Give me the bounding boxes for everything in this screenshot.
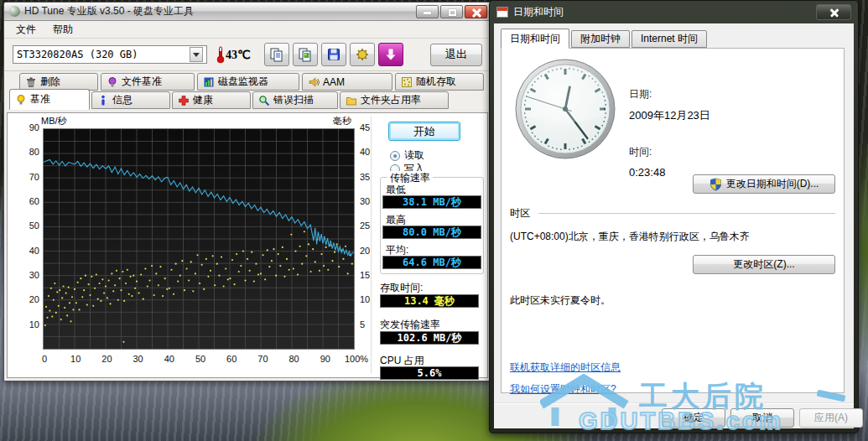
drive-select-arrow[interactable] bbox=[190, 47, 203, 62]
start-button[interactable]: 开始 bbox=[388, 122, 460, 141]
radio-read-row[interactable]: 读取 bbox=[390, 148, 424, 163]
footer-separator bbox=[494, 402, 854, 404]
tick-label: 0 bbox=[30, 354, 59, 364]
tick-label: 80 bbox=[18, 147, 39, 157]
tick-label: 90 bbox=[18, 122, 39, 132]
tab-label: 删除 bbox=[40, 75, 60, 89]
axis-unit-right: 毫秒 bbox=[333, 115, 351, 127]
tab-aam[interactable]: AAM bbox=[302, 73, 392, 91]
copy-image-button[interactable] bbox=[293, 43, 318, 66]
options-button[interactable] bbox=[350, 43, 375, 66]
tick-label: 60 bbox=[217, 354, 246, 364]
tab-label: 信息 bbox=[112, 93, 133, 107]
apply-button[interactable]: 应用(A) bbox=[799, 408, 863, 428]
menu-help[interactable]: 帮助 bbox=[46, 21, 80, 39]
datetime-dialog-body: 日期和时间 附加时钟 Internet 时间 bbox=[494, 23, 854, 428]
tick-label: 10 bbox=[61, 354, 90, 364]
tick-label: 70 bbox=[248, 354, 277, 364]
access-time-value: 13.4 毫秒 bbox=[380, 294, 479, 308]
tab-label: 健康 bbox=[193, 93, 213, 107]
hdtune-menubar: 文件 帮助 bbox=[4, 21, 491, 39]
yellow-bulb-icon bbox=[15, 94, 27, 106]
axis-unit-left: MB/秒 bbox=[41, 115, 67, 127]
download-arrow-icon bbox=[383, 47, 398, 62]
access-time-label: 存取时间: bbox=[380, 281, 423, 295]
tab-error-scan[interactable]: 错误扫描 bbox=[252, 91, 338, 109]
maximize-button[interactable] bbox=[440, 5, 463, 18]
download-button[interactable] bbox=[378, 43, 403, 66]
tab-internet-time[interactable]: Internet 时间 bbox=[632, 30, 707, 48]
tick-label: 50 bbox=[186, 354, 215, 364]
dst-note: 此时区未实行夏令时。 bbox=[510, 293, 611, 308]
exit-button[interactable]: 退出 bbox=[430, 44, 482, 66]
tab-label: 错误扫描 bbox=[273, 93, 314, 107]
tick-label: 10 bbox=[18, 319, 39, 329]
hdtune-window: HD Tune 专业版 v3.50 - 硬盘专业工具 文件 帮助 ST33208… bbox=[3, 2, 491, 381]
trash-icon bbox=[25, 76, 37, 88]
tab-date-and-time[interactable]: 日期和时间 bbox=[501, 29, 569, 49]
dialog-close-button[interactable] bbox=[816, 4, 851, 20]
tab-delete[interactable]: 删除 bbox=[19, 73, 98, 91]
tab-disk-monitor[interactable]: 磁盘监视器 bbox=[197, 73, 299, 91]
time-label: 时间: bbox=[629, 145, 710, 159]
magnifier-icon bbox=[258, 95, 270, 106]
tick-label: 100% bbox=[342, 354, 371, 364]
section-divider bbox=[538, 213, 835, 214]
change-timezone-button[interactable]: 更改时区(Z)... bbox=[693, 255, 835, 274]
purple-bulb-icon bbox=[107, 76, 118, 88]
burst-rate-value: 102.6 MB/秒 bbox=[380, 331, 479, 345]
analog-clock bbox=[513, 57, 617, 163]
hdtune-titlebar[interactable]: HD Tune 专业版 v3.50 - 硬盘专业工具 bbox=[4, 3, 491, 21]
radio-read[interactable] bbox=[390, 151, 400, 161]
tab-file-benchmark[interactable]: 文件基准 bbox=[101, 73, 195, 91]
transfer-rate-groupbox: 传输速率 最低 38.1 MB/秒 最高 80.0 MB/秒 平均: 64.6 … bbox=[380, 177, 484, 274]
change-datetime-label: 更改日期和时间(D)... bbox=[726, 177, 819, 191]
copy-text-button[interactable] bbox=[264, 43, 289, 66]
cancel-button[interactable]: 取消 bbox=[730, 408, 794, 428]
tick-label: 20 bbox=[18, 294, 39, 304]
cpu-usage-value: 5.6% bbox=[380, 366, 479, 380]
date-time-tabpage: 日期: 2009年12月23日 时间: 0:23:48 更改日期和时间(D)..… bbox=[501, 48, 845, 393]
datetime-dialog-title: 日期和时间 bbox=[513, 5, 564, 19]
timezone-value: (UTC+08:00)北京，重庆，香港特别行政区，乌鲁木齐 bbox=[510, 230, 750, 244]
hdtune-tabstrip: 删除 文件基准 磁盘监视器 AAM bbox=[4, 71, 491, 110]
tab-label: 文件夹占用率 bbox=[361, 93, 421, 107]
date-value: 2009年12月23日 bbox=[629, 108, 710, 123]
tab-additional-clocks[interactable]: 附加时钟 bbox=[571, 30, 630, 48]
tab-label: 基准 bbox=[30, 92, 50, 106]
link-timezone-info[interactable]: 联机获取详细的时区信息 bbox=[510, 361, 621, 375]
datetime-titlebar[interactable]: 日期和时间 bbox=[490, 1, 858, 23]
tab-health[interactable]: 健康 bbox=[172, 91, 251, 109]
ok-button[interactable]: 确定 bbox=[662, 408, 725, 428]
calendar-clock-icon bbox=[496, 7, 508, 18]
tab-label: 随机存取 bbox=[416, 75, 456, 89]
temperature-value: 43℃ bbox=[226, 48, 251, 62]
save-button[interactable] bbox=[321, 43, 346, 66]
tab-label: AAM bbox=[323, 76, 345, 88]
max-value: 80.0 MB/秒 bbox=[382, 226, 481, 239]
hdtune-app-icon bbox=[9, 6, 20, 17]
change-datetime-button[interactable]: 更改日期和时间(D)... bbox=[693, 174, 835, 194]
monitor-chart-icon bbox=[203, 76, 215, 88]
avg-value: 64.6 MB/秒 bbox=[382, 256, 481, 269]
drive-select[interactable]: ST3320820AS (320 GB) bbox=[13, 45, 207, 64]
tab-label: 磁盘监视器 bbox=[218, 75, 268, 89]
hdtune-window-title: HD Tune 专业版 v3.50 - 硬盘专业工具 bbox=[24, 4, 194, 18]
thermometer-icon bbox=[216, 45, 226, 64]
tab-random-access[interactable]: 随机存取 bbox=[395, 73, 484, 91]
benchmark-stats-panel: 开始 读取 写入 传输速率 最低 38.1 MB/秒 最高 80.0 MB/秒 … bbox=[377, 113, 487, 377]
tick-label: 30 bbox=[124, 354, 153, 364]
tab-folder-usage[interactable]: 文件夹占用率 bbox=[340, 91, 449, 109]
burst-rate-label: 突发传输速率 bbox=[380, 318, 440, 332]
minimize-button[interactable] bbox=[416, 5, 439, 18]
copy-text-icon bbox=[269, 47, 284, 62]
tab-benchmark[interactable]: 基准 bbox=[9, 89, 90, 110]
close-button[interactable] bbox=[465, 5, 487, 18]
panel-divider bbox=[371, 117, 372, 374]
tab-info[interactable]: 信息 bbox=[91, 91, 170, 109]
benchmark-tabpage: MB/秒 毫秒 90807060504030201045403530252015… bbox=[7, 112, 488, 378]
link-clock-help[interactable]: 我如何设置时钟和时区? bbox=[510, 382, 621, 397]
options-icon bbox=[355, 47, 370, 62]
menu-file[interactable]: 文件 bbox=[9, 21, 43, 39]
tick-label: 40 bbox=[18, 246, 39, 256]
